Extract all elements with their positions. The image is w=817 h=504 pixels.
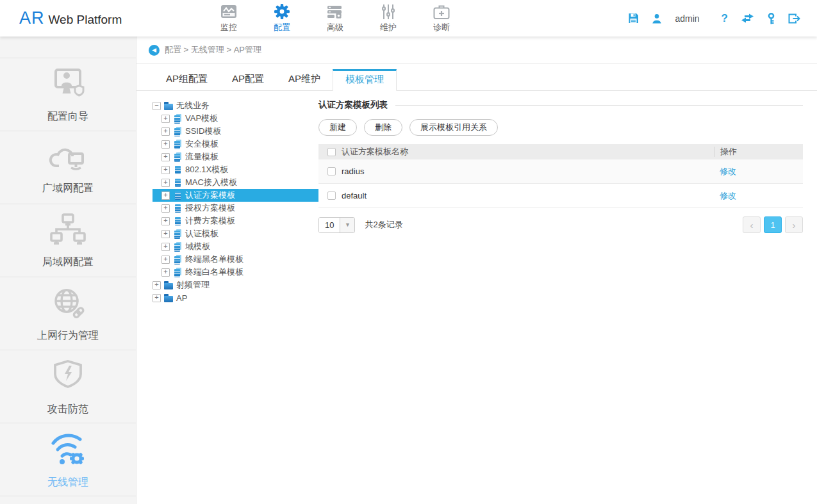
- toolbar-button-label: 删除: [375, 122, 392, 133]
- modify-link[interactable]: 修改: [720, 191, 736, 200]
- tree-item-label: 计费方案模板: [185, 215, 235, 227]
- tree-node-icon: [173, 204, 183, 213]
- tree-item-label: 域模板: [185, 241, 210, 252]
- tree-node-icon: [173, 255, 183, 264]
- tab[interactable]: AP配置: [220, 69, 276, 90]
- tree-expand-icon[interactable]: [161, 115, 170, 123]
- prev-page-button[interactable]: ‹: [743, 216, 761, 233]
- tree-expand-icon[interactable]: [161, 166, 170, 174]
- sidebar-item-label: 局域网配置: [42, 256, 94, 269]
- logout-icon[interactable]: [788, 13, 800, 24]
- sidebar-item-lan-config[interactable]: 局域网配置: [0, 204, 136, 277]
- tree-expand-icon[interactable]: [161, 127, 170, 136]
- page-size-value: 10: [319, 218, 340, 232]
- tree-item[interactable]: 认证方案模板: [153, 189, 318, 202]
- tree-expand-icon[interactable]: [161, 179, 170, 187]
- pagination-bar: 10 ▼ 共2条记录 ‹ 1 ›: [318, 216, 803, 233]
- current-page-button[interactable]: 1: [764, 216, 782, 233]
- tree-node-icon: [173, 268, 183, 277]
- tree-expand-icon[interactable]: [161, 256, 170, 264]
- first-aid-icon: [433, 3, 450, 20]
- sidebar-item-attack-defense[interactable]: 攻击防范: [0, 350, 136, 423]
- nav-item-config[interactable]: 配置: [266, 0, 298, 37]
- tab[interactable]: AP组配置: [154, 69, 220, 90]
- tree-item[interactable]: 安全模板: [153, 138, 318, 150]
- user-icon[interactable]: [652, 13, 662, 24]
- tree-item[interactable]: 计费方案模板: [153, 215, 318, 227]
- tree-expand-icon[interactable]: [153, 281, 161, 289]
- tree-item-label: MAC接入模板: [185, 177, 237, 188]
- tree-node-icon: [173, 152, 183, 162]
- sidebar-item-internet-behavior[interactable]: 上网行为管理: [0, 277, 136, 350]
- template-tree: 无线业务 VAP模板 SSID模板: [136, 99, 318, 304]
- title-divider: [395, 105, 803, 106]
- tab[interactable]: 模板管理: [333, 69, 397, 91]
- tree-item[interactable]: MAC接入模板: [153, 176, 318, 189]
- nav-item-advanced[interactable]: 高级: [319, 0, 351, 37]
- sidebar-item-label: 配置向导: [47, 110, 88, 124]
- breadcrumb: ◀ 配置 > 无线管理 > AP管理: [136, 37, 817, 64]
- next-page-button[interactable]: ›: [785, 216, 803, 233]
- tree-expand-icon[interactable]: [161, 204, 170, 213]
- sidebar-item-wireless-management[interactable]: 无线管理: [0, 423, 136, 496]
- panel-title: 认证方案模板列表: [318, 99, 388, 111]
- sidebar-item-wan-config[interactable]: 广域网配置: [0, 131, 136, 204]
- tree-item[interactable]: AP: [153, 291, 318, 304]
- help-icon[interactable]: ?: [722, 12, 728, 25]
- back-icon[interactable]: ◀: [149, 45, 160, 56]
- toolbar-button[interactable]: 新建: [318, 119, 357, 136]
- modify-link[interactable]: 修改: [720, 167, 736, 176]
- row-checkbox[interactable]: [327, 191, 336, 200]
- tree-item[interactable]: 认证模板: [153, 227, 318, 240]
- tab[interactable]: AP维护: [276, 69, 333, 90]
- nav-item-diagnose[interactable]: 诊断: [425, 0, 458, 37]
- tree-item[interactable]: 802.1X模板: [153, 163, 318, 176]
- tree-expand-icon[interactable]: [161, 268, 170, 277]
- tree-item[interactable]: 终端黑名单模板: [153, 253, 318, 266]
- swap-icon[interactable]: [741, 13, 754, 23]
- tree-item[interactable]: 授权方案模板: [153, 202, 318, 215]
- nav-item-monitor[interactable]: 监控: [213, 0, 245, 37]
- toolbar-button[interactable]: 删除: [364, 119, 402, 136]
- toolbar-button[interactable]: 展示模板引用关系: [409, 119, 498, 136]
- row-checkbox[interactable]: [327, 167, 336, 175]
- tree-node-icon: [173, 165, 183, 175]
- tree-item[interactable]: 终端白名单模板: [153, 266, 318, 279]
- tree-item-label: 认证方案模板: [185, 190, 235, 201]
- tree-item[interactable]: SSID模板: [153, 125, 318, 138]
- tree-expand-icon[interactable]: [161, 217, 170, 225]
- sliders-icon: [381, 3, 395, 20]
- top-nav: 监控 配置 高级 维护 诊断: [213, 0, 458, 37]
- tab-label: AP配置: [232, 73, 264, 84]
- select-all-checkbox[interactable]: [327, 148, 336, 156]
- page-size-select[interactable]: 10 ▼: [318, 217, 355, 233]
- tree-item[interactable]: 流量模板: [153, 150, 318, 163]
- tree-expand-icon[interactable]: [161, 243, 170, 251]
- lan-config-icon: [49, 213, 87, 250]
- sidebar-item-config-wizard[interactable]: 配置向导: [0, 58, 136, 131]
- tree-node-icon: [164, 280, 174, 290]
- gear-icon: [274, 3, 290, 20]
- tree-expand-icon[interactable]: [161, 230, 170, 238]
- tree-expand-icon[interactable]: [153, 294, 161, 302]
- tree-item[interactable]: VAP模板: [153, 112, 318, 125]
- tree-item[interactable]: 射频管理: [153, 279, 318, 291]
- key-icon[interactable]: [767, 13, 775, 24]
- save-icon[interactable]: [628, 13, 639, 24]
- tree-expand-icon[interactable]: [161, 153, 170, 161]
- auth-scheme-panel: 认证方案模板列表 新建 删除 展示模板引用: [318, 99, 817, 304]
- wan-config-icon: [49, 140, 87, 176]
- template-name-cell: default: [342, 191, 714, 200]
- logged-in-user[interactable]: admin: [675, 13, 699, 24]
- nav-item-maintain[interactable]: 维护: [372, 0, 404, 37]
- tree-item[interactable]: 无线业务: [153, 99, 318, 112]
- chevron-down-icon: ▼: [340, 218, 354, 232]
- sidebar-item-label: 无线管理: [47, 476, 88, 489]
- tab-label: AP维护: [288, 73, 320, 84]
- tree-expand-icon[interactable]: [161, 140, 170, 149]
- tree-expand-icon[interactable]: [153, 102, 161, 110]
- tree-item[interactable]: 域模板: [153, 240, 318, 253]
- tree-item-label: 射频管理: [176, 279, 210, 291]
- tree-expand-icon[interactable]: [161, 191, 170, 200]
- tree-node-icon: [173, 178, 183, 188]
